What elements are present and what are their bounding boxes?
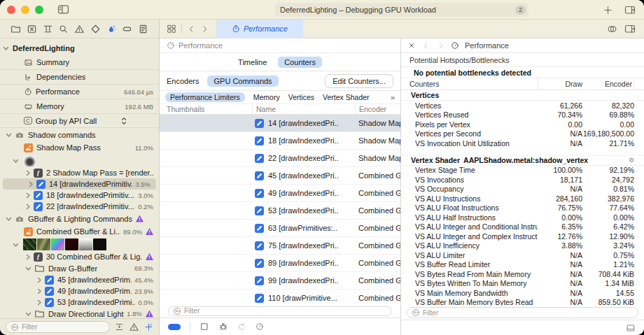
counter-row[interactable]: Vertices per SecondN/A169,180,500.00 <box>401 129 644 139</box>
gpu-command-row[interactable]: 14 [drawIndexedPri..Shadow Map Pass <box>160 115 400 132</box>
close-icon[interactable] <box>407 41 416 50</box>
counter-row[interactable]: Pixels per Vertex0.000.00 <box>401 120 644 129</box>
column-header-name[interactable]: Name <box>252 104 355 114</box>
add-editor-icon[interactable] <box>624 23 636 34</box>
gpu-command-row[interactable]: 49 [drawIndexedPri..Combined GBuffer <box>160 185 400 202</box>
target-icon[interactable] <box>144 322 153 332</box>
counter-row[interactable]: VS ALU Float Instructions76.75%77.64% <box>401 204 644 213</box>
gpu-command-row[interactable]: 22 [drawIndexedPri..Shadow Map Pass <box>160 150 400 167</box>
counter-tab-vertex-shader[interactable]: Vertex Shader <box>323 93 370 101</box>
counter-row[interactable]: VS Invocation Unit UtilizationN/A21.71% <box>401 138 644 148</box>
add-tab-icon[interactable] <box>603 5 613 15</box>
window-title-tab[interactable]: DeferredLighting – Debugging GPU Workloa… <box>275 3 528 17</box>
stepper-icon[interactable] <box>121 117 127 125</box>
gauge-toolbar-icon[interactable] <box>255 322 264 331</box>
compare-icon[interactable] <box>607 24 617 34</box>
counters-column-encoder[interactable]: Encoder <box>582 78 634 90</box>
search-icon[interactable] <box>58 24 69 34</box>
square-icon[interactable] <box>200 322 209 332</box>
test-diamond-icon[interactable] <box>90 24 101 34</box>
back-icon[interactable] <box>187 24 196 34</box>
gear-icon[interactable]: ⚙ <box>629 157 634 164</box>
chevron-down-icon[interactable] <box>25 311 31 317</box>
tab-overview-grid-icon[interactable] <box>167 24 176 34</box>
counter-tabs-overflow-icon[interactable]: » <box>391 93 395 101</box>
chevron-right-icon[interactable] <box>28 181 34 187</box>
tree-item-thumbnails[interactable] <box>0 154 159 167</box>
gpu-frame-icon[interactable] <box>106 24 117 34</box>
forward-icon[interactable] <box>436 41 445 50</box>
close-square-icon[interactable] <box>27 24 37 34</box>
tree-item-memory[interactable]: Memory192.6 MB <box>0 99 159 114</box>
tree-item-18[interactable]: 18 [drawIndexedPrimitiv...3.0% <box>0 190 159 201</box>
tree-item-2[interactable]: f2 Shadow Map Pass = [render... <box>0 167 159 178</box>
counter-row[interactable]: VS Bytes Written To Main MemoryN/A1.34 M… <box>401 279 644 289</box>
tree-item-shadow[interactable]: Shadow commands <box>0 128 159 141</box>
counter-row[interactable]: VS ALU Half Instructions0.00%0.00% <box>401 213 644 222</box>
chevron-right-icon[interactable] <box>36 288 42 294</box>
counter-row[interactable]: VS Invocations18,17124,792 <box>401 175 644 185</box>
counter-row[interactable]: VS OccupancyN/A0.81% <box>401 185 644 194</box>
segment-timeline[interactable]: Timeline <box>238 58 267 66</box>
tree-item-summary[interactable]: Summary <box>0 55 159 70</box>
editor-layout-icon[interactable] <box>624 4 636 15</box>
tree-item-22[interactable]: 22 [drawIndexedPrimitiv...0.2% <box>0 201 159 212</box>
tree-item-combined[interactable]: Combined GBuffer & Li...89.0%! <box>0 225 159 238</box>
chevron-down-icon[interactable] <box>6 132 12 138</box>
chevron-right-icon[interactable] <box>25 192 31 199</box>
counter-tab-vertices[interactable]: Vertices <box>288 93 314 101</box>
counter-row[interactable]: VS ALU LimiterN/A0.75% <box>401 250 644 260</box>
column-header-encoder[interactable]: Encoder <box>355 104 400 114</box>
segment-encoders[interactable]: Encoders <box>167 77 199 85</box>
chevron-down-icon[interactable] <box>13 242 19 248</box>
gpu-command-row[interactable]: 18 [drawIndexedPri..Shadow Map Pass <box>160 132 400 150</box>
counter-row[interactable]: VS ALU Inefficiency3.88%3.24% <box>401 241 644 251</box>
tab-performance[interactable]: Performance <box>216 20 303 38</box>
column-header-thumbnails[interactable]: Thumbnails <box>160 104 252 114</box>
gpu-command-row[interactable]: 110 [drawPrimitive...Combined GBuffer <box>160 290 400 304</box>
gpu-command-row[interactable]: 53 [drawIndexedPri..Combined GBuffer <box>160 202 400 220</box>
counters-column-counters[interactable]: Counters <box>401 80 538 88</box>
chevron-down-icon[interactable] <box>3 45 9 51</box>
bug-icon[interactable] <box>218 322 228 332</box>
close-window-button[interactable] <box>7 6 15 14</box>
chevron-right-icon[interactable] <box>36 299 42 306</box>
back-icon[interactable] <box>421 41 430 50</box>
gpu-command-row[interactable]: 63 [drawPrimitives:..Combined GBuffer <box>160 220 400 237</box>
report-list-icon[interactable] <box>138 24 148 34</box>
forward-icon[interactable] <box>200 24 209 34</box>
counter-row[interactable]: Vertices Reused70.34%69.88% <box>401 111 644 120</box>
zoom-window-button[interactable] <box>35 6 43 14</box>
counter-row[interactable]: VS ALU Integer and Complex Instructions1… <box>401 231 644 241</box>
counter-row[interactable]: VS ALU Instructions284,160382,976 <box>401 194 644 204</box>
warning-filter-icon[interactable] <box>129 322 139 332</box>
tree-item-49[interactable]: 49 [drawIndexedPrim...23.9% <box>0 285 159 297</box>
segment-counters[interactable]: Counters <box>278 57 322 68</box>
flatten-icon[interactable] <box>115 322 124 332</box>
counter-row[interactable]: VS Buffer Main Memory Bytes ReadN/A859.5… <box>401 298 644 306</box>
warning-icon[interactable] <box>74 24 85 34</box>
panel-collapse-icon[interactable] <box>626 323 636 333</box>
gpu-command-row[interactable]: 89 [drawIndexedPri..Combined GBuffer <box>160 255 400 272</box>
segment-gpu-commands[interactable]: GPU Commands <box>207 76 278 87</box>
tree-item-30[interactable]: f30 Combined GBuffer & Lig...! <box>0 251 159 262</box>
refresh-icon[interactable] <box>237 322 246 332</box>
sidebar-toggle-icon[interactable] <box>57 3 69 15</box>
tree-item-dependencies[interactable]: Dependencies <box>0 70 159 85</box>
chevron-right-icon[interactable] <box>25 204 31 210</box>
chevron-down-icon[interactable] <box>25 266 31 271</box>
counter-tab-memory[interactable]: Memory <box>253 93 280 101</box>
tree-item-deferredlighting[interactable]: DeferredLighting <box>0 41 159 55</box>
tree-item-shadow[interactable]: Shadow Map Pass11.0% <box>0 141 159 154</box>
sidebar-filter-input[interactable]: Filter <box>6 321 110 333</box>
edit-counters-button[interactable]: Edit Counters... <box>325 74 393 88</box>
counter-row[interactable]: VS Bytes Read From Main MemoryN/A708.44 … <box>401 269 644 279</box>
jump-bar-icon[interactable] <box>43 24 53 34</box>
tree-item-draw[interactable]: Draw Directional Light1.8%! <box>0 308 159 318</box>
tree-item-14[interactable]: 14 [drawIndexedPrimitiv...3.5% <box>3 178 156 190</box>
counter-row[interactable]: VS Main Memory BandwidthN/A14.55 <box>401 288 644 298</box>
capsule-icon[interactable] <box>122 24 132 34</box>
minimize-window-button[interactable] <box>21 6 29 14</box>
chevron-down-icon[interactable] <box>13 158 19 164</box>
gpu-command-row[interactable]: 45 [drawIndexedPri..Combined GBuffer <box>160 167 400 185</box>
